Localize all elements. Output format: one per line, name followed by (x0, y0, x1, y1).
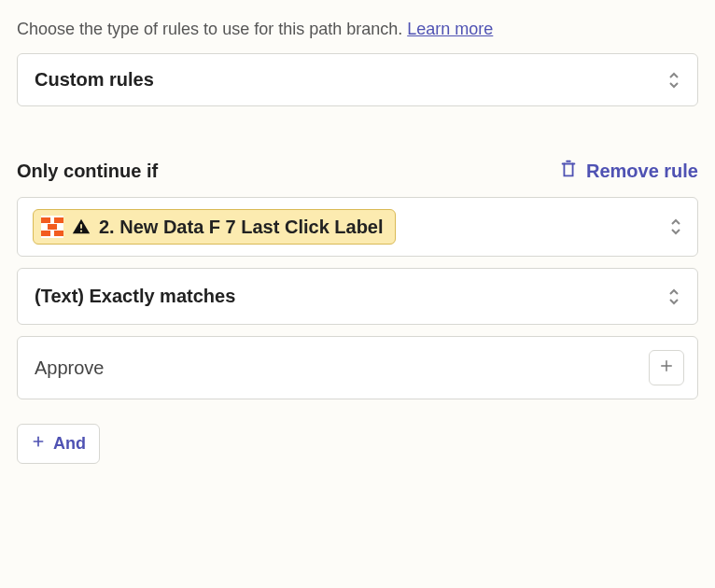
chevron-updown-icon (667, 288, 680, 305)
field-label: 2. New Data F 7 Last Click Label (99, 217, 384, 238)
plus-icon (658, 357, 675, 379)
field-pill: 2. New Data F 7 Last Click Label (33, 209, 396, 245)
value-input-row: Approve (17, 336, 698, 399)
chevron-updown-icon (667, 72, 680, 89)
and-label: And (53, 434, 86, 454)
intro-desc: Choose the type of rules to use for this… (17, 20, 407, 38)
operator-select[interactable]: (Text) Exactly matches (17, 268, 698, 325)
operator-value: (Text) Exactly matches (35, 286, 235, 307)
condition-title: Only continue if (17, 161, 158, 182)
trash-icon (558, 159, 579, 184)
app-icon (41, 216, 63, 238)
chevron-updown-icon (669, 218, 682, 235)
remove-rule-label: Remove rule (586, 161, 698, 182)
warning-icon (71, 217, 91, 237)
add-and-condition-button[interactable]: And (17, 424, 100, 464)
value-input[interactable]: Approve (35, 357, 105, 379)
intro-text: Choose the type of rules to use for this… (17, 17, 698, 42)
plus-icon (31, 434, 46, 454)
rule-type-value: Custom rules (35, 69, 154, 91)
condition-header: Only continue if Remove rule (17, 159, 698, 184)
svg-point-3 (80, 230, 82, 231)
insert-data-button[interactable] (649, 350, 684, 385)
rule-type-select[interactable]: Custom rules (17, 53, 698, 106)
learn-more-link[interactable]: Learn more (407, 20, 493, 38)
remove-rule-button[interactable]: Remove rule (558, 159, 698, 184)
condition-field-select[interactable]: 2. New Data F 7 Last Click Label (17, 197, 698, 257)
